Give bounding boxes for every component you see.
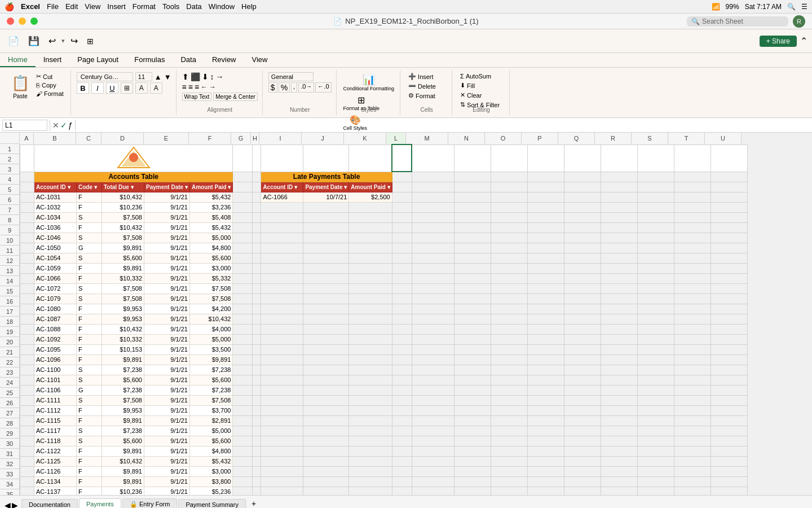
- scroll-tabs-left[interactable]: ◀: [5, 501, 11, 508]
- table-cell[interactable]: G: [77, 243, 102, 253]
- table-cell[interactable]: F: [77, 446, 102, 456]
- table-cell[interactable]: [349, 415, 392, 426]
- table-cell[interactable]: [233, 202, 253, 212]
- menu-file[interactable]: File: [47, 2, 59, 11]
- table-cell[interactable]: 9/1/21: [144, 476, 190, 487]
- table-cell[interactable]: $10,236: [102, 487, 144, 495]
- table-cell[interactable]: [233, 182, 253, 192]
- table-cell[interactable]: F: [77, 192, 102, 202]
- table-cell[interactable]: F: [77, 334, 102, 344]
- table-cell[interactable]: [392, 192, 412, 202]
- table-cell[interactable]: [412, 283, 454, 294]
- table-cell[interactable]: [637, 263, 674, 273]
- table-cell[interactable]: [303, 283, 349, 294]
- table-cell[interactable]: $7,508: [102, 294, 144, 304]
- table-cell[interactable]: [674, 476, 710, 487]
- table-cell[interactable]: AC-1112: [34, 405, 77, 415]
- table-cell[interactable]: [491, 385, 527, 395]
- table-cell[interactable]: $3,000: [189, 263, 232, 273]
- table-cell[interactable]: [20, 365, 34, 375]
- table-cell[interactable]: [349, 243, 392, 253]
- table-cell[interactable]: Total Due ▾: [102, 182, 144, 192]
- table-cell[interactable]: [20, 385, 34, 395]
- table-cell[interactable]: [233, 334, 253, 344]
- insert-cells-button[interactable]: ➕ Insert: [406, 72, 436, 81]
- table-cell[interactable]: [303, 222, 349, 233]
- table-cell[interactable]: [20, 202, 34, 212]
- table-cell[interactable]: 9/1/21: [144, 202, 190, 212]
- table-cell[interactable]: [412, 253, 454, 263]
- table-cell[interactable]: [392, 426, 412, 436]
- table-cell[interactable]: [233, 294, 253, 304]
- table-cell[interactable]: [261, 314, 303, 324]
- table-cell[interactable]: [637, 172, 674, 182]
- table-cell[interactable]: $7,508: [189, 283, 232, 294]
- table-cell[interactable]: [454, 334, 491, 344]
- table-cell[interactable]: [601, 144, 637, 172]
- table-cell[interactable]: 9/1/21: [144, 395, 190, 405]
- share-button[interactable]: + Share: [760, 36, 797, 47]
- row-header-25[interactable]: 25: [0, 388, 20, 398]
- table-cell[interactable]: [491, 415, 527, 426]
- table-cell[interactable]: [710, 344, 747, 354]
- cancel-formula-button[interactable]: ✕: [52, 121, 59, 130]
- table-cell[interactable]: [233, 436, 253, 446]
- table-cell[interactable]: [674, 172, 710, 182]
- table-cell[interactable]: [710, 222, 747, 233]
- font-name-input[interactable]: Century Go…: [77, 72, 133, 81]
- wrap-text-button[interactable]: Wrap Text: [182, 93, 212, 101]
- table-cell[interactable]: [233, 466, 253, 476]
- table-cell[interactable]: [674, 304, 710, 314]
- table-cell[interactable]: [261, 283, 303, 294]
- table-cell[interactable]: [637, 487, 674, 495]
- table-cell[interactable]: [454, 426, 491, 436]
- table-cell[interactable]: [349, 222, 392, 233]
- table-cell[interactable]: [253, 192, 261, 202]
- table-cell[interactable]: [454, 253, 491, 263]
- table-cell[interactable]: [527, 182, 564, 192]
- table-cell[interactable]: [637, 476, 674, 487]
- table-cell[interactable]: [710, 192, 747, 202]
- table-cell[interactable]: F: [77, 273, 102, 283]
- table-cell[interactable]: [637, 385, 674, 395]
- table-cell[interactable]: Amount Paid ▾: [349, 182, 392, 192]
- table-cell[interactable]: [261, 365, 303, 375]
- table-cell[interactable]: [710, 426, 747, 436]
- table-cell[interactable]: F: [77, 314, 102, 324]
- table-cell[interactable]: [564, 395, 601, 405]
- table-cell[interactable]: Payment Date ▾: [303, 182, 349, 192]
- table-cell[interactable]: [233, 365, 253, 375]
- table-cell[interactable]: [601, 405, 637, 415]
- table-cell[interactable]: [233, 283, 253, 294]
- table-cell[interactable]: $5,000: [189, 334, 232, 344]
- col-header-A[interactable]: A: [20, 133, 34, 144]
- table-cell[interactable]: [710, 314, 747, 324]
- table-cell[interactable]: 9/1/21: [144, 283, 190, 294]
- table-cell[interactable]: [233, 344, 253, 354]
- table-cell[interactable]: [601, 273, 637, 283]
- table-cell[interactable]: [601, 212, 637, 222]
- table-cell[interactable]: [412, 212, 454, 222]
- table-cell[interactable]: [674, 395, 710, 405]
- name-box[interactable]: L1: [2, 120, 47, 131]
- table-cell[interactable]: AC-1046: [34, 233, 77, 243]
- table-cell[interactable]: 9/1/21: [144, 365, 190, 375]
- table-cell[interactable]: [253, 446, 261, 456]
- table-cell[interactable]: [233, 487, 253, 495]
- table-cell[interactable]: [261, 426, 303, 436]
- row-header-19[interactable]: 19: [0, 327, 20, 337]
- table-cell[interactable]: [261, 202, 303, 212]
- table-cell[interactable]: F: [77, 415, 102, 426]
- table-cell[interactable]: [349, 476, 392, 487]
- table-cell[interactable]: [20, 415, 34, 426]
- table-cell[interactable]: [392, 202, 412, 212]
- table-cell[interactable]: [564, 415, 601, 426]
- table-cell[interactable]: [527, 405, 564, 415]
- table-cell[interactable]: [392, 324, 412, 334]
- table-cell[interactable]: $5,600: [189, 253, 232, 263]
- table-cell[interactable]: [261, 395, 303, 405]
- table-cell[interactable]: $5,432: [189, 456, 232, 466]
- row-header-27[interactable]: 27: [0, 408, 20, 418]
- table-cell[interactable]: [261, 405, 303, 415]
- menu-help[interactable]: Help: [241, 2, 257, 11]
